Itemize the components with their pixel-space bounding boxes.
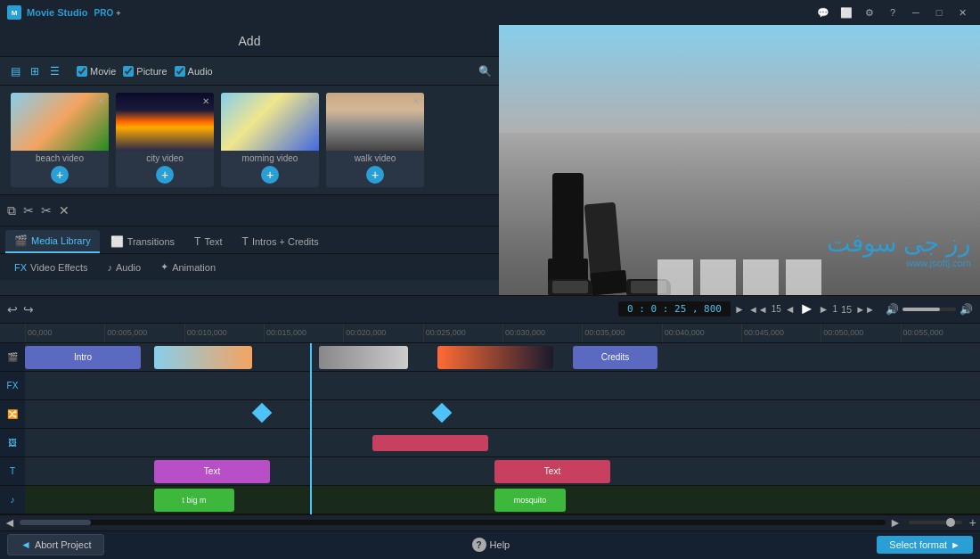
add-label: Add bbox=[239, 34, 261, 48]
version-badge: + bbox=[116, 9, 120, 18]
grid-view-icon[interactable]: ⊞ bbox=[27, 63, 43, 79]
mute-btn[interactable]: 🔊 bbox=[886, 303, 899, 316]
add-walk-btn[interactable]: + bbox=[366, 166, 384, 184]
tab-intros-credits[interactable]: T Intros + Credits bbox=[233, 231, 328, 252]
filter-row: Movie Picture Audio bbox=[77, 66, 213, 77]
clip-credits[interactable]: Credits bbox=[573, 346, 657, 369]
app-icon: M bbox=[7, 5, 21, 20]
audio-checkbox[interactable] bbox=[175, 66, 185, 77]
playhead[interactable] bbox=[310, 343, 312, 514]
zoom-handle[interactable] bbox=[946, 518, 955, 527]
split-icon[interactable]: ✂ bbox=[41, 203, 52, 218]
animation-icon: ✦ bbox=[160, 261, 168, 273]
zoom-in-btn[interactable]: + bbox=[969, 515, 976, 530]
transition-2[interactable] bbox=[432, 403, 453, 423]
scroll-left-btn[interactable]: ◄ bbox=[4, 515, 16, 530]
clip-text-1[interactable]: Text bbox=[154, 460, 270, 483]
tabs-row1: 🎬 Media Library ⬜ Transitions T Text T I… bbox=[0, 226, 499, 254]
abort-project-btn[interactable]: ◄ Abort Project bbox=[7, 534, 104, 555]
chat-titlebar-btn[interactable]: 💬 bbox=[813, 4, 834, 21]
frame-back-btn[interactable]: ◄ bbox=[785, 303, 796, 316]
tab-animation[interactable]: ✦ Animation bbox=[151, 258, 225, 276]
search-icon[interactable]: 🔍 bbox=[478, 65, 492, 78]
audio-tab-icon: ♪ bbox=[107, 262, 112, 273]
ruler-mark-20: 00:020,000 bbox=[343, 324, 422, 343]
tab-audio[interactable]: ♪ Audio bbox=[98, 259, 150, 276]
close-walk-btn[interactable]: ✕ bbox=[410, 95, 422, 107]
play-btn[interactable]: ► bbox=[799, 300, 815, 318]
skip-back-btn[interactable]: ◄◄ bbox=[748, 304, 768, 315]
tab-text[interactable]: T Text bbox=[185, 231, 232, 252]
add-city-btn[interactable]: + bbox=[156, 166, 174, 184]
transition-1[interactable] bbox=[252, 403, 273, 423]
delete-icon[interactable]: ✕ bbox=[59, 203, 69, 218]
abort-label: Abort Project bbox=[35, 539, 92, 550]
movie-checkbox[interactable] bbox=[77, 66, 87, 77]
volume-slider[interactable] bbox=[902, 308, 956, 311]
app-name: Movie Studio bbox=[27, 7, 87, 18]
help-titlebar-btn[interactable]: ? bbox=[882, 4, 903, 21]
clip-audio-1[interactable]: t big m bbox=[154, 489, 234, 512]
tab-video-effects[interactable]: FX Video Effects bbox=[5, 259, 96, 276]
close-beach-btn[interactable]: ✕ bbox=[94, 95, 107, 107]
timeline-section: 00,000 00:005,000 00:010,000 00:015,000 … bbox=[0, 324, 980, 530]
add-beach-btn[interactable]: + bbox=[51, 166, 69, 184]
preview-panel: رز جی سوفت www.jsoftj.com bbox=[499, 25, 980, 295]
clip-beach[interactable] bbox=[154, 346, 252, 369]
undo-btn[interactable]: ↩ bbox=[7, 302, 18, 316]
ruler-mark-15: 00:015,000 bbox=[264, 324, 343, 343]
clip-city[interactable] bbox=[437, 346, 553, 369]
zoom-slider[interactable] bbox=[909, 521, 962, 524]
media-toolbar: ▤ ⊞ ☰ Movie Picture Audio bbox=[0, 57, 499, 86]
ruler-mark-35: 00:035,000 bbox=[582, 324, 661, 343]
clip-text-2[interactable]: Text bbox=[494, 460, 610, 483]
detail-view-icon[interactable]: ☰ bbox=[46, 63, 62, 79]
morning-label: morning video bbox=[221, 151, 319, 166]
scroll-right-btn[interactable]: ► bbox=[889, 515, 902, 530]
frame-fwd-btn[interactable]: ► bbox=[819, 303, 829, 316]
skip-fwd-btn[interactable]: 15 bbox=[841, 304, 852, 315]
clip-walk[interactable] bbox=[319, 346, 408, 369]
picture-checkbox[interactable] bbox=[123, 66, 134, 77]
scroll-track[interactable] bbox=[20, 520, 886, 525]
redo-btn[interactable]: ↪ bbox=[23, 302, 34, 316]
help-icon: ? bbox=[472, 538, 486, 552]
transitions-label: Transitions bbox=[127, 236, 175, 247]
tab-transitions[interactable]: ⬜ Transitions bbox=[102, 231, 184, 252]
media-item-beach: ✕ beach video + bbox=[11, 93, 109, 187]
playhead-advance-btn[interactable]: ► bbox=[734, 303, 745, 316]
clip-intro[interactable]: Intro bbox=[25, 346, 141, 369]
screen-titlebar-btn[interactable]: ⬜ bbox=[836, 4, 857, 21]
clip-audio-2[interactable]: mosquito bbox=[494, 489, 566, 512]
ruler-mark-40: 00:040,000 bbox=[662, 324, 741, 343]
clip-image[interactable] bbox=[372, 435, 488, 451]
track-audio: t big m mosquito bbox=[25, 486, 980, 514]
list-view-icon[interactable]: ▤ bbox=[7, 63, 23, 79]
copy-icon[interactable]: ⧉ bbox=[7, 203, 16, 218]
volume-icon: 🔊 bbox=[960, 303, 973, 316]
tab-media-library[interactable]: 🎬 Media Library bbox=[5, 230, 100, 253]
add-morning-btn[interactable]: + bbox=[261, 166, 279, 184]
ruler-mark-0: 00,000 bbox=[25, 324, 104, 343]
close-btn[interactable]: ✕ bbox=[951, 4, 973, 21]
titlebar: M Movie Studio PRO + 💬 ⬜ ⚙ ? ─ □ ✕ bbox=[0, 0, 980, 25]
help-btn[interactable]: ? Help bbox=[472, 538, 510, 552]
movie-label: Movie bbox=[90, 66, 116, 77]
track-labels: 🎬 FX 🔀 🖼 T ♪ bbox=[0, 343, 25, 514]
select-format-label: Select format bbox=[889, 539, 947, 550]
settings-titlebar-btn[interactable]: ⚙ bbox=[859, 4, 880, 21]
close-city-btn[interactable]: ✕ bbox=[200, 95, 212, 107]
close-morning-btn[interactable]: ✕ bbox=[305, 95, 317, 107]
select-format-btn[interactable]: Select format ► bbox=[877, 536, 973, 554]
scroll-thumb[interactable] bbox=[20, 520, 91, 525]
maximize-btn[interactable]: □ bbox=[928, 4, 950, 21]
edit-toolbar: ⧉ ✂ ✂ ✕ bbox=[0, 194, 499, 226]
beach-label: beach video bbox=[11, 151, 109, 166]
movie-filter[interactable]: Movie bbox=[77, 66, 116, 77]
walk-label: walk video bbox=[326, 151, 424, 166]
minimize-btn[interactable]: ─ bbox=[905, 4, 927, 21]
picture-filter[interactable]: Picture bbox=[123, 66, 167, 77]
fast-fwd-btn[interactable]: ►► bbox=[855, 304, 875, 315]
audio-filter[interactable]: Audio bbox=[175, 66, 213, 77]
cut-icon[interactable]: ✂ bbox=[23, 203, 34, 218]
